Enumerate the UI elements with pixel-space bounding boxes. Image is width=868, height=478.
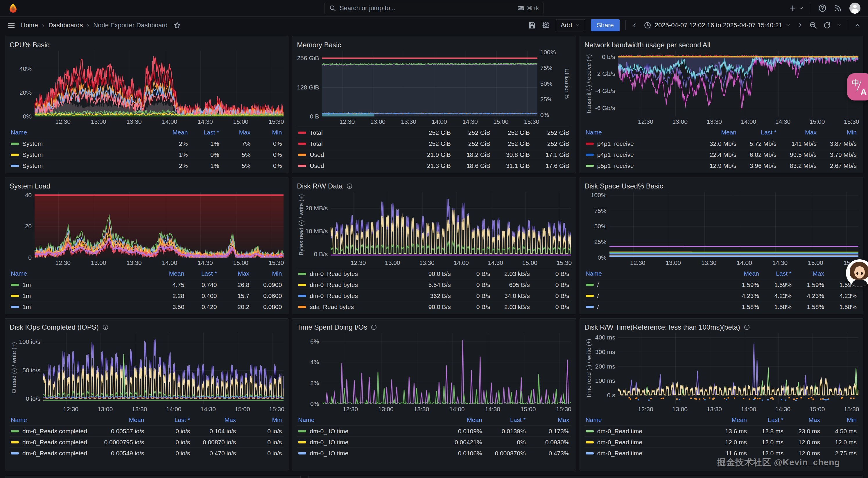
panel-title[interactable]: Disk Space Used% Basic <box>585 182 663 190</box>
legend-series-toggle[interactable]: dm-0_Read time <box>585 439 712 446</box>
legend-series-toggle[interactable]: p4p1_receive <box>585 151 698 158</box>
legend-header-stat[interactable]: Min <box>822 416 859 423</box>
plot-system-load[interactable] <box>35 192 283 258</box>
legend-header-stat[interactable]: Mean <box>712 416 749 423</box>
plot-disk-space-used[interactable] <box>610 192 859 258</box>
legend-header-stat[interactable]: Min <box>818 129 859 136</box>
plot-memory-basic[interactable] <box>322 51 537 117</box>
legend-series-toggle[interactable]: dm-0_Read time <box>585 450 712 457</box>
legend-header-stat[interactable]: Mean <box>698 129 738 136</box>
refresh-icon[interactable] <box>823 21 831 29</box>
info-icon[interactable] <box>102 324 108 330</box>
legend-header-stat[interactable]: Min <box>238 416 283 423</box>
legend-header-name[interactable]: Name <box>585 270 728 277</box>
info-icon[interactable] <box>371 324 377 330</box>
plot-cpu-basic[interactable] <box>35 51 283 117</box>
panel-title[interactable]: Disk R/W Data <box>297 182 342 190</box>
panel-title[interactable]: Memory Basic <box>297 41 341 49</box>
legend-series-toggle[interactable]: dm-0_Read bytes <box>297 292 413 299</box>
translate-extension-button[interactable]: 中 A <box>847 73 868 100</box>
legend-header-name[interactable]: Name <box>585 416 712 423</box>
legend-series-toggle[interactable]: System <box>9 151 158 158</box>
legend-series-toggle[interactable]: System <box>9 162 158 169</box>
legend-header-stat[interactable]: Mean <box>440 416 484 423</box>
legend-series-toggle[interactable]: dm-0_Reads completed <box>9 439 100 446</box>
plot-network-bandwidth[interactable] <box>618 51 859 117</box>
legend-header-stat[interactable]: Last * <box>738 129 778 136</box>
legend-series-toggle[interactable]: / <box>585 292 728 299</box>
share-button[interactable]: Share <box>591 19 620 31</box>
menu-icon[interactable] <box>7 21 16 30</box>
panel-title[interactable]: Time Spent Doing I/Os <box>297 323 367 331</box>
legend-header-stat[interactable]: Last * <box>749 416 785 423</box>
user-avatar[interactable] <box>849 3 861 14</box>
legend-header-name[interactable]: Name <box>585 129 698 136</box>
save-icon[interactable] <box>528 21 536 29</box>
legend-header-stat[interactable]: Max <box>785 416 822 423</box>
legend-series-toggle[interactable]: sda_Read bytes <box>297 304 413 311</box>
panel-title[interactable]: System Load <box>9 182 50 190</box>
legend-series-toggle[interactable]: p4p1_receive <box>585 140 698 147</box>
legend-series-toggle[interactable]: dm-0_ IO time <box>297 428 440 435</box>
news-icon[interactable] <box>834 4 842 12</box>
plot-time-spent-ios[interactable] <box>322 333 571 404</box>
legend-series-toggle[interactable]: 1m <box>9 304 153 311</box>
legend-header-stat[interactable]: Last * <box>189 129 221 136</box>
legend-series-toggle[interactable]: Used <box>297 162 413 169</box>
legend-header-stat[interactable]: Last * <box>186 270 218 277</box>
collapse-toolbar-icon[interactable] <box>854 22 861 29</box>
legend-series-toggle[interactable]: Used <box>297 151 413 158</box>
legend-header-stat[interactable]: Max <box>218 270 251 277</box>
search-input[interactable]: Search or jump to... ⌘+k <box>324 2 544 14</box>
panel-title[interactable]: Network bandwidth usage per second All <box>585 41 711 49</box>
gear-icon[interactable] <box>542 21 550 29</box>
legend-header-name[interactable]: Name <box>297 416 440 423</box>
legend-header-name[interactable]: Name <box>9 129 158 136</box>
time-range-forward-icon[interactable] <box>797 22 803 28</box>
new-menu-button[interactable] <box>789 4 804 12</box>
legend-header-name[interactable]: Name <box>9 270 153 277</box>
legend-series-toggle[interactable]: dm-0_ IO time <box>297 450 440 457</box>
zoom-out-icon[interactable] <box>809 21 817 29</box>
legend-header-stat[interactable]: Mean <box>728 270 761 277</box>
legend-header-stat[interactable]: Mean <box>158 129 189 136</box>
star-icon[interactable] <box>174 22 181 29</box>
legend-series-toggle[interactable]: 1m <box>9 281 153 288</box>
plot-disk-rw-time[interactable] <box>618 333 859 404</box>
legend-header-stat[interactable]: Max <box>221 129 252 136</box>
legend-series-toggle[interactable]: / <box>585 281 728 288</box>
legend-header-stat[interactable]: Last * <box>146 416 192 423</box>
add-button[interactable]: Add <box>556 19 585 31</box>
time-range-picker[interactable]: 2025-04-07 12:02:16 to 2025-04-07 15:40:… <box>644 22 791 29</box>
legend-series-toggle[interactable]: p5p1_receive <box>585 162 698 169</box>
legend-series-toggle[interactable]: dm-0_Reads completed <box>9 428 100 435</box>
legend-header-stat[interactable]: Max <box>192 416 238 423</box>
info-icon[interactable] <box>744 324 750 330</box>
info-icon[interactable] <box>346 183 353 189</box>
legend-header-stat[interactable]: Mean <box>153 270 186 277</box>
time-range-back-icon[interactable] <box>631 22 638 28</box>
legend-header-name[interactable]: Name <box>9 416 100 423</box>
refresh-interval-chevron-icon[interactable] <box>837 23 842 28</box>
grafana-logo-icon[interactable] <box>7 3 19 14</box>
panel-title[interactable]: Disk R/W Time(Reference: less than 100ms… <box>585 323 740 331</box>
legend-header-stat[interactable]: Max <box>528 416 571 423</box>
help-icon[interactable] <box>818 4 827 12</box>
legend-header-stat[interactable]: Last * <box>761 270 793 277</box>
panel-title[interactable]: Disk IOps Completed (IOPS) <box>9 323 99 331</box>
plot-disk-iops[interactable] <box>43 333 283 404</box>
legend-series-toggle[interactable]: Total <box>297 140 413 147</box>
legend-header-stat[interactable]: Last * <box>484 416 528 423</box>
legend-series-toggle[interactable]: System <box>9 140 158 147</box>
plot-disk-rw-data[interactable] <box>331 192 571 258</box>
legend-series-toggle[interactable]: dm-0_ IO time <box>297 439 440 446</box>
legend-series-toggle[interactable]: dm-0_Read bytes <box>297 281 413 288</box>
legend-header-stat[interactable]: Min <box>251 270 283 277</box>
legend-series-toggle[interactable]: dm-0_Reads completed <box>9 450 100 457</box>
panel-title[interactable]: CPU% Basic <box>9 41 50 49</box>
legend-series-toggle[interactable]: dm-0_Read time <box>585 428 712 435</box>
legend-header-stat[interactable]: Max <box>778 129 818 136</box>
legend-series-toggle[interactable]: / <box>585 304 728 311</box>
legend-series-toggle[interactable]: dm-0_Read bytes <box>297 270 413 277</box>
breadcrumb-dashboards[interactable]: Dashboards <box>49 22 83 29</box>
